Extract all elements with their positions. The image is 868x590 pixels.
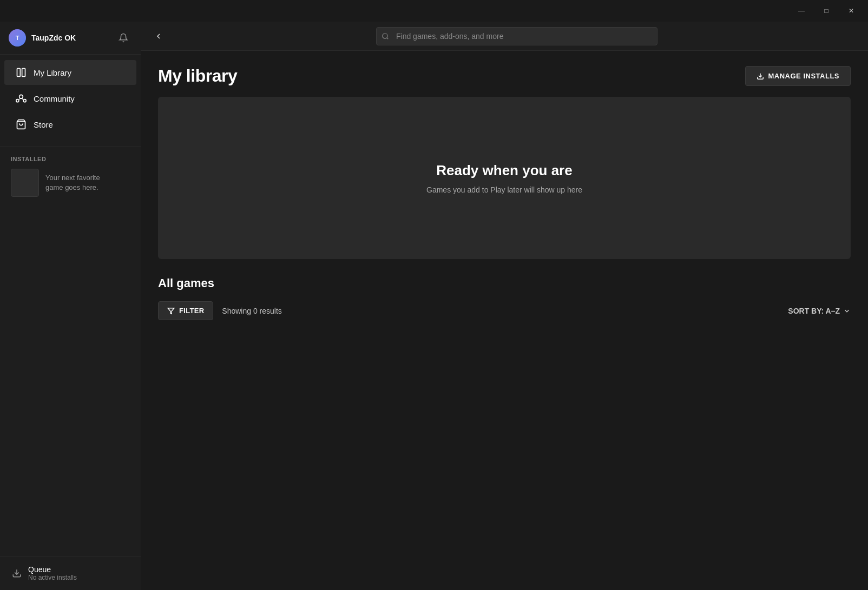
- library-icon: [15, 67, 27, 78]
- manage-installs-button[interactable]: MANAGE INSTALLS: [745, 66, 851, 86]
- sidebar: T TaupZdc OK My Library: [0, 22, 141, 590]
- back-icon: [154, 32, 163, 41]
- game-thumbnail: [11, 169, 39, 197]
- game-placeholder-text: Your next favorite game goes here.: [45, 173, 100, 193]
- svg-marker-10: [168, 308, 174, 314]
- games-toolbar: FILTER Showing 0 results SORT BY: A–Z: [158, 301, 851, 320]
- queue-info: Queue No active installs: [28, 565, 77, 581]
- queue-section[interactable]: Queue No active installs: [11, 565, 130, 581]
- banner-title: Ready when you are: [436, 162, 572, 179]
- banner-subtitle: Games you add to Play later will show up…: [426, 185, 582, 194]
- sidebar-divider: [0, 147, 141, 147]
- title-bar: — □ ✕: [0, 0, 868, 22]
- sidebar-item-label-store: Store: [34, 120, 53, 129]
- download-icon: [11, 567, 23, 579]
- results-count: Showing 0 results: [222, 307, 282, 315]
- filter-button[interactable]: FILTER: [158, 301, 213, 320]
- search-icon: [382, 32, 389, 40]
- game-placeholder: Your next favorite game goes here.: [11, 169, 130, 197]
- store-icon: [15, 118, 27, 130]
- window-controls: — □ ✕: [789, 2, 864, 19]
- content-area: My library MANAGE INSTALLS Ready when yo…: [141, 51, 868, 590]
- filter-label: FILTER: [179, 307, 204, 315]
- search-bar: [376, 27, 657, 45]
- page-header: My library MANAGE INSTALLS: [141, 51, 868, 97]
- svg-point-3: [16, 100, 19, 102]
- sidebar-item-store[interactable]: Store: [4, 112, 136, 137]
- svg-rect-1: [22, 69, 25, 77]
- svg-point-7: [383, 33, 387, 38]
- sort-control[interactable]: SORT BY: A–Z: [788, 307, 851, 315]
- filter-icon: [167, 307, 175, 315]
- sidebar-item-my-library[interactable]: My Library: [4, 60, 136, 85]
- avatar-initials: T: [16, 35, 19, 41]
- queue-status: No active installs: [28, 574, 77, 581]
- svg-rect-0: [17, 69, 21, 77]
- installed-label: Installed: [11, 156, 130, 162]
- bell-icon: [119, 33, 128, 43]
- manage-installs-label: MANAGE INSTALLS: [768, 72, 839, 80]
- search-input[interactable]: [376, 27, 657, 45]
- maximize-button[interactable]: □: [814, 2, 839, 19]
- chevron-down-icon: [843, 307, 851, 315]
- community-icon: [15, 92, 27, 104]
- manage-installs-icon: [757, 72, 764, 80]
- installed-section: Installed Your next favorite game goes h…: [0, 151, 141, 556]
- user-info[interactable]: T TaupZdc OK: [9, 29, 76, 47]
- back-button[interactable]: [149, 27, 168, 45]
- avatar: T: [9, 29, 26, 47]
- svg-line-8: [387, 37, 389, 39]
- notification-button[interactable]: [115, 29, 132, 47]
- sidebar-footer: Queue No active installs: [0, 556, 141, 590]
- all-games-title: All games: [158, 276, 851, 290]
- top-bar: [141, 22, 868, 51]
- play-later-banner: Ready when you are Games you add to Play…: [158, 97, 851, 259]
- queue-title: Queue: [28, 565, 77, 574]
- sidebar-item-label-community: Community: [34, 94, 75, 103]
- svg-point-4: [23, 100, 26, 102]
- all-games-section: All games FILTER Showing 0 results SORT …: [141, 276, 868, 320]
- app-container: T TaupZdc OK My Library: [0, 22, 868, 590]
- sidebar-item-community[interactable]: Community: [4, 86, 136, 111]
- page-title: My library: [158, 66, 237, 86]
- sidebar-nav: My Library Community: [0, 55, 141, 142]
- username: TaupZdc OK: [31, 34, 76, 42]
- sort-label: SORT BY: A–Z: [788, 307, 840, 315]
- minimize-button[interactable]: —: [789, 2, 814, 19]
- sidebar-item-label-library: My Library: [34, 68, 71, 77]
- svg-point-2: [19, 95, 23, 98]
- close-button[interactable]: ✕: [839, 2, 864, 19]
- sidebar-header: T TaupZdc OK: [0, 22, 141, 55]
- main-content: My library MANAGE INSTALLS Ready when yo…: [141, 22, 868, 590]
